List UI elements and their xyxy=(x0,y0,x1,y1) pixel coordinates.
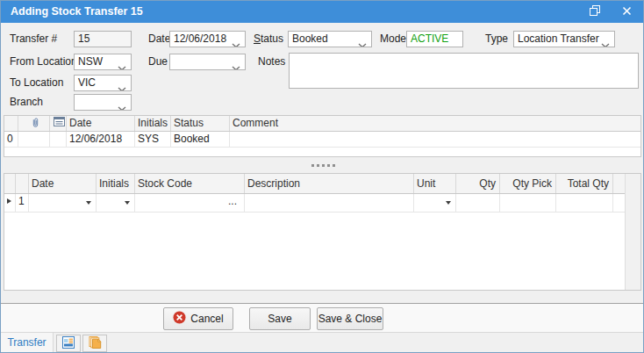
items-grid-row: 1 ... xyxy=(4,194,625,213)
items-grid-header-filler xyxy=(613,174,625,193)
items-grid: Date Initials Stock Code Description Uni… xyxy=(4,173,641,291)
items-grid-header-stock-code[interactable]: Stock Code xyxy=(135,174,245,193)
chevron-down-icon[interactable] xyxy=(358,38,367,47)
status-grid: Date Initials Status Comment 0 12/06/201… xyxy=(4,115,641,157)
status-grid-header-date[interactable]: Date xyxy=(67,116,135,131)
date-value: 12/06/2018 xyxy=(174,32,226,45)
due-label: Due xyxy=(148,54,168,70)
save-and-close-button[interactable]: Save & Close xyxy=(317,307,383,330)
row-indicator-cell xyxy=(4,194,16,212)
stock-code-edit-cell[interactable]: ... xyxy=(135,194,245,212)
restore-button[interactable] xyxy=(587,5,603,18)
ellipsis-button[interactable]: ... xyxy=(228,195,237,207)
due-combo[interactable] xyxy=(169,54,246,70)
dropdown-arrow-icon[interactable] xyxy=(86,201,91,205)
items-grid-header-rownum xyxy=(16,174,29,193)
restore-icon xyxy=(590,5,600,18)
items-grid-header-description[interactable]: Description xyxy=(245,174,414,193)
qty-cell[interactable] xyxy=(456,194,500,212)
close-icon xyxy=(622,6,632,18)
date-cell[interactable]: 12/06/2018 xyxy=(67,132,135,147)
to-location-combo[interactable]: VIC xyxy=(74,75,132,91)
splitter-handle[interactable] xyxy=(1,160,644,170)
stock-transfer-dialog: Adding Stock Transfer 15 Transfer # 15 D… xyxy=(0,0,644,353)
status-grid-header-initials[interactable]: Initials xyxy=(135,116,171,131)
type-label: Type xyxy=(485,31,508,47)
dropdown-arrow-icon[interactable] xyxy=(446,201,451,205)
items-grid-header-row: Date Initials Stock Code Description Uni… xyxy=(4,174,625,194)
row-filler xyxy=(613,194,625,212)
attachment-cell[interactable] xyxy=(18,132,50,147)
chevron-down-icon[interactable] xyxy=(232,61,240,70)
items-grid-header-initials[interactable]: Initials xyxy=(97,174,135,193)
report-document-icon xyxy=(61,335,75,352)
date-edit-cell[interactable] xyxy=(29,194,97,212)
notes-label: Notes xyxy=(258,54,285,70)
description-cell[interactable] xyxy=(245,194,414,212)
comment-cell[interactable] xyxy=(230,132,640,147)
items-grid-header-qty[interactable]: Qty xyxy=(456,174,500,193)
row-number-cell: 0 xyxy=(4,132,18,147)
items-grid-header-total-qty[interactable]: Total Qty xyxy=(556,174,613,193)
memo-cell[interactable] xyxy=(50,132,67,147)
close-button[interactable] xyxy=(619,5,634,18)
status-grid-header-rownum xyxy=(4,116,18,131)
type-value: Location Transfer xyxy=(518,32,599,45)
status-grid-row: 0 12/06/2018 SYS Booked xyxy=(4,132,640,148)
status-grid-header-comment[interactable]: Comment xyxy=(230,116,640,131)
status-value: Booked xyxy=(292,32,328,45)
cancel-button[interactable]: Cancel xyxy=(163,307,233,330)
total-qty-cell[interactable] xyxy=(556,194,613,212)
stacked-documents-icon xyxy=(88,335,102,352)
status-cell[interactable]: Booked xyxy=(171,132,230,147)
window-title: Adding Stock Transfer 15 xyxy=(11,1,143,23)
chevron-down-icon[interactable] xyxy=(118,82,126,91)
from-location-combo[interactable]: NSW xyxy=(74,54,132,70)
branch-combo[interactable] xyxy=(74,94,132,111)
qty-pick-cell[interactable] xyxy=(500,194,556,212)
row-indicator-icon xyxy=(7,198,11,204)
items-grid-header-qty-pick[interactable]: Qty Pick xyxy=(500,174,556,193)
status-grid-header-row: Date Initials Status Comment xyxy=(4,116,640,132)
mode-field: ACTIVE xyxy=(406,31,463,47)
save-button[interactable]: Save xyxy=(249,307,311,330)
chevron-down-icon[interactable] xyxy=(118,101,126,111)
to-location-value: VIC xyxy=(78,76,96,89)
type-combo[interactable]: Location Transfer xyxy=(513,31,615,47)
initials-edit-cell[interactable] xyxy=(97,194,135,212)
chevron-down-icon[interactable] xyxy=(601,38,610,47)
paperclip-icon xyxy=(31,117,40,131)
to-location-label: To Location xyxy=(10,75,63,91)
titlebar: Adding Stock Transfer 15 xyxy=(1,1,643,23)
tab-report[interactable] xyxy=(56,335,81,352)
row-number-cell: 1 xyxy=(16,194,29,212)
status-grid-header-status[interactable]: Status xyxy=(171,116,230,131)
status-combo[interactable]: Booked xyxy=(288,31,372,47)
transfer-no-field[interactable]: 15 xyxy=(74,31,132,47)
items-grid-header-date[interactable]: Date xyxy=(29,174,97,193)
chevron-down-icon[interactable] xyxy=(118,61,126,70)
mode-label: Mode xyxy=(380,31,406,47)
tab-transfer[interactable]: Transfer xyxy=(1,333,54,353)
dropdown-arrow-icon[interactable] xyxy=(125,201,130,205)
items-grid-header-unit[interactable]: Unit xyxy=(414,174,456,193)
from-location-value: NSW xyxy=(78,55,103,68)
initials-cell[interactable]: SYS xyxy=(135,132,171,147)
cancel-icon xyxy=(173,311,186,327)
tab-copies[interactable] xyxy=(82,335,107,352)
memo-icon xyxy=(54,117,65,131)
date-label: Date xyxy=(148,31,170,47)
chevron-down-icon[interactable] xyxy=(232,38,240,47)
status-grid-header-attachment[interactable] xyxy=(18,116,50,131)
date-combo[interactable]: 12/06/2018 xyxy=(169,31,246,47)
branch-label: Branch xyxy=(10,94,43,111)
notes-textarea[interactable] xyxy=(289,53,639,89)
vertical-scrollbar[interactable] xyxy=(625,174,640,290)
status-label: Status xyxy=(254,31,283,47)
status-grid-header-memo[interactable] xyxy=(50,116,67,131)
unit-edit-cell[interactable] xyxy=(414,194,456,212)
items-grid-header-indicator xyxy=(4,174,16,193)
transfer-no-label: Transfer # xyxy=(10,31,57,47)
from-location-label: From Location xyxy=(10,54,77,70)
